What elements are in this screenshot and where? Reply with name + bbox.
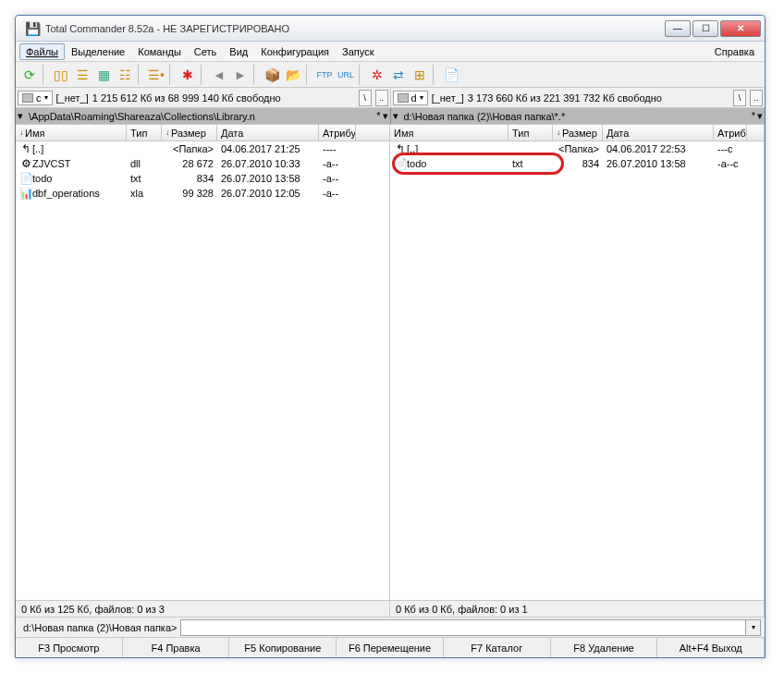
history-icon[interactable]: ▾ xyxy=(383,110,388,122)
menu-net[interactable]: Сеть xyxy=(188,43,223,60)
command-history-dropdown[interactable]: ▾ xyxy=(746,619,761,636)
close-button[interactable]: ✕ xyxy=(720,20,761,37)
file-icon: ↰ xyxy=(19,142,32,155)
root-button-right[interactable]: \ xyxy=(733,90,746,106)
menu-view[interactable]: Вид xyxy=(223,43,254,60)
col-date[interactable]: Дата xyxy=(603,125,714,141)
file-icon: 📄 xyxy=(394,157,407,170)
window-title: Total Commander 8.52a - НЕ ЗАРЕГИСТРИРОВ… xyxy=(45,23,663,34)
col-ext[interactable]: Тип xyxy=(127,125,162,141)
history-icon[interactable]: ▾ xyxy=(757,110,763,122)
sync-icon[interactable]: ⇄ xyxy=(388,65,409,85)
function-keys: F3 Просмотр F4 Правка F5 Копирование F6 … xyxy=(16,637,765,657)
menu-commands[interactable]: Команды xyxy=(131,43,188,60)
path-text-right: d:\Новая папка (2)\Новая папка\*.* xyxy=(404,111,752,122)
ftp-icon[interactable]: FTP xyxy=(314,65,335,85)
col-attr[interactable]: Атрибу xyxy=(714,125,747,141)
menu-selection[interactable]: Выделение xyxy=(65,43,131,60)
left-panel: ↓Имя Тип ↓Размер Дата Атрибу ↰[..]<Папка… xyxy=(16,125,390,617)
f3-view[interactable]: F3 Просмотр xyxy=(16,638,123,657)
history-dropdown-icon[interactable]: ▾ xyxy=(393,110,404,122)
unpack-icon[interactable]: 📂 xyxy=(283,65,303,85)
root-button-left[interactable]: \ xyxy=(359,90,372,106)
file-list-right[interactable]: ↰[..]<Папка>04.06.2017 22:53---c📄todotxt… xyxy=(390,141,764,600)
pack-icon[interactable]: 📦 xyxy=(262,65,282,85)
notepad-icon[interactable]: 📄 xyxy=(441,65,461,85)
f8-delete[interactable]: F8 Удаление xyxy=(551,638,658,657)
menubar: Файлы Выделение Команды Сеть Вид Конфигу… xyxy=(16,42,765,62)
minimize-button[interactable]: — xyxy=(665,20,691,37)
multi-rename-icon[interactable]: ✲ xyxy=(367,65,387,85)
command-line: d:\Новая папка (2)\Новая папка> ▾ xyxy=(16,617,765,637)
f7-mkdir[interactable]: F7 Каталог xyxy=(444,638,551,657)
path-text-left: \AppData\Roaming\Shareaza\Collections\Li… xyxy=(29,111,376,122)
menu-files[interactable]: Файлы xyxy=(19,43,65,60)
drive-select-right[interactable]: d▾ xyxy=(393,91,428,105)
command-input[interactable] xyxy=(180,619,746,636)
file-icon: 📄 xyxy=(19,172,32,185)
status-left: 0 Кб из 125 Кб, файлов: 0 из 3 xyxy=(16,600,389,617)
col-size[interactable]: ↓Размер xyxy=(553,125,603,141)
brief-view-icon[interactable]: ▯▯ xyxy=(51,65,71,85)
file-row[interactable]: 📊dbf_operationsxla99 32826.07.2010 12:05… xyxy=(16,186,389,201)
panels: ↓Имя Тип ↓Размер Дата Атрибу ↰[..]<Папка… xyxy=(16,125,765,617)
drive-left: c▾ [_нет_] 1 215 612 Кб из 68 999 140 Кб… xyxy=(16,88,390,107)
f4-edit[interactable]: F4 Правка xyxy=(123,638,230,657)
refresh-icon[interactable]: ⟳ xyxy=(19,65,40,85)
invert-icon[interactable]: ✱ xyxy=(178,65,198,85)
file-icon: ⚙ xyxy=(19,157,32,170)
file-icon: ↰ xyxy=(394,142,407,155)
menu-help[interactable]: Справка xyxy=(708,43,761,60)
col-size[interactable]: ↓Размер xyxy=(162,125,217,141)
file-row[interactable]: ⚙ZJVCSTdll28 67226.07.2010 10:33-a-- xyxy=(16,156,389,171)
drive-icon xyxy=(398,93,409,103)
back-icon[interactable]: ◄ xyxy=(209,65,229,85)
maximize-button[interactable]: ☐ xyxy=(692,20,718,37)
forward-icon[interactable]: ► xyxy=(230,65,251,85)
url-icon[interactable]: URL xyxy=(336,65,356,85)
pathbar: ▾ \AppData\Roaming\Shareaza\Collections\… xyxy=(16,108,765,125)
drive-select-left[interactable]: c▾ xyxy=(18,91,53,105)
favorite-icon[interactable]: * xyxy=(376,110,380,122)
drivebar: c▾ [_нет_] 1 215 612 Кб из 68 999 140 Кб… xyxy=(16,88,765,108)
menu-config[interactable]: Конфигурация xyxy=(254,43,336,60)
col-attr[interactable]: Атрибу xyxy=(319,125,356,141)
drive-info-right: 3 173 660 Кб из 221 391 732 Кб свободно xyxy=(468,92,729,104)
path-right[interactable]: ▾ d:\Новая папка (2)\Новая папка\*.* * ▾ xyxy=(390,108,766,124)
col-ext[interactable]: Тип xyxy=(508,125,553,141)
file-row[interactable]: 📄todotxt83426.07.2010 13:58-a-- xyxy=(16,171,389,186)
drive-info-left: 1 215 612 Кб из 68 999 140 Кб свободно xyxy=(92,92,355,104)
menu-run[interactable]: Запуск xyxy=(336,43,380,60)
up-button-right[interactable]: .. xyxy=(750,90,763,106)
f6-move[interactable]: F6 Перемещение xyxy=(337,638,444,657)
file-row[interactable]: ↰[..]<Папка>04.06.2017 22:53---c xyxy=(390,141,764,156)
app-icon: 💾 xyxy=(25,21,40,36)
drive-right: d▾ [_нет_] 3 173 660 Кб из 221 391 732 К… xyxy=(390,88,766,107)
favorite-icon[interactable]: * xyxy=(752,110,755,122)
column-headers-right: Имя Тип ↓Размер Дата Атрибу xyxy=(390,125,764,141)
drive-icon xyxy=(22,93,33,103)
file-row[interactable]: 📄todotxt83426.07.2010 13:58-a--c xyxy=(390,156,764,171)
full-view-icon[interactable]: ☰ xyxy=(72,65,92,85)
app-window: 💾 Total Commander 8.52a - НЕ ЗАРЕГИСТРИР… xyxy=(15,15,766,658)
column-headers-left: ↓Имя Тип ↓Размер Дата Атрибу xyxy=(16,125,389,141)
command-prompt: d:\Новая папка (2)\Новая папка> xyxy=(19,622,180,633)
right-panel: Имя Тип ↓Размер Дата Атрибу ↰[..]<Папка>… xyxy=(390,125,765,617)
search-icon[interactable]: ⊞ xyxy=(410,65,430,85)
col-name[interactable]: ↓Имя xyxy=(16,125,127,141)
drive-none-right: [_нет_] xyxy=(432,92,464,104)
history-dropdown-icon[interactable]: ▾ xyxy=(18,110,29,122)
altf4-exit[interactable]: Alt+F4 Выход xyxy=(657,638,765,657)
status-right: 0 Кб из 0 Кб, файлов: 0 из 1 xyxy=(390,600,764,617)
tree-view-icon[interactable]: ☷ xyxy=(115,65,135,85)
path-left[interactable]: ▾ \AppData\Roaming\Shareaza\Collections\… xyxy=(16,108,390,124)
up-button-left[interactable]: .. xyxy=(375,90,388,106)
col-date[interactable]: Дата xyxy=(217,125,319,141)
file-list-left[interactable]: ↰[..]<Папка>04.06.2017 21:25----⚙ZJVCSTd… xyxy=(16,141,389,600)
col-name[interactable]: Имя xyxy=(390,125,508,141)
thumbnails-icon[interactable]: ▦ xyxy=(93,65,114,85)
file-row[interactable]: ↰[..]<Папка>04.06.2017 21:25---- xyxy=(16,141,389,156)
f5-copy[interactable]: F5 Копирование xyxy=(229,638,337,657)
toolbar: ⟳ ▯▯ ☰ ▦ ☷ ☰• ✱ ◄ ► 📦 📂 FTP URL ✲ ⇄ ⊞ 📄 xyxy=(16,62,765,88)
all-files-icon[interactable]: ☰• xyxy=(146,65,166,85)
